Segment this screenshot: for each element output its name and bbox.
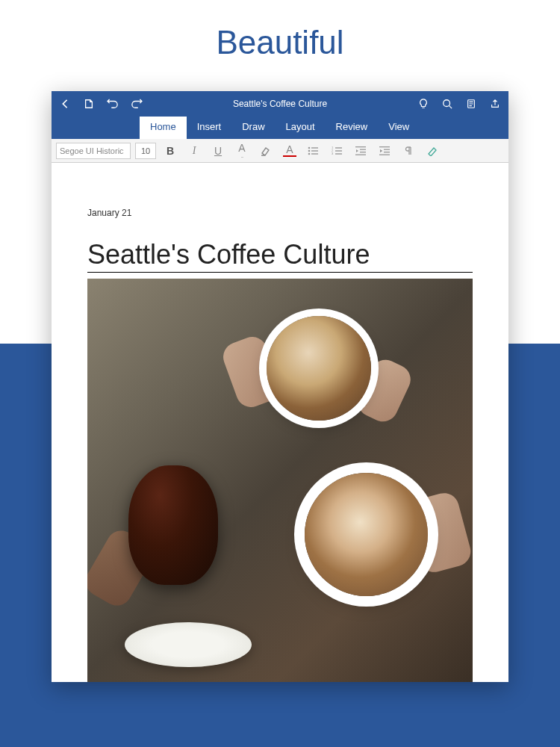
- back-icon[interactable]: [57, 96, 72, 111]
- tab-home[interactable]: Home: [140, 117, 187, 139]
- underline-button[interactable]: U: [208, 142, 228, 160]
- tab-review[interactable]: Review: [326, 117, 379, 139]
- undo-icon[interactable]: [105, 96, 120, 111]
- paragraph-button[interactable]: [399, 142, 419, 160]
- svg-rect-7: [311, 153, 318, 154]
- svg-rect-14: [355, 146, 366, 147]
- numbering-button[interactable]: 123: [328, 142, 347, 160]
- document-heading: Seattle's Coffee Culture: [87, 239, 473, 270]
- plate-illustration: [125, 622, 252, 667]
- tab-draw[interactable]: Draw: [231, 117, 275, 139]
- svg-rect-15: [360, 149, 366, 149]
- redo-icon[interactable]: [129, 96, 144, 111]
- tab-insert[interactable]: Insert: [187, 117, 232, 139]
- search-icon[interactable]: [440, 96, 455, 111]
- svg-point-0: [444, 100, 450, 107]
- decrease-indent-button[interactable]: [352, 142, 371, 160]
- coffee-cup-illustration: [267, 316, 371, 421]
- coffee-cup-illustration: [305, 473, 428, 596]
- styles-button[interactable]: [423, 142, 443, 160]
- reading-view-icon[interactable]: [464, 96, 479, 111]
- hero-title: Beautiful: [0, 0, 560, 91]
- svg-text:3: 3: [332, 152, 334, 155]
- ribbon-tabs: Home Insert Draw Layout Review View: [52, 117, 508, 139]
- font-name-selector[interactable]: Segoe UI Historic: [56, 143, 131, 159]
- font-style-button[interactable]: A..: [232, 142, 252, 160]
- highlight-button[interactable]: [256, 142, 276, 160]
- share-icon[interactable]: [488, 96, 503, 111]
- bullets-button[interactable]: [304, 142, 323, 160]
- titlebar: Seattle's Coffee Culture: [52, 91, 508, 117]
- title-divider: [87, 272, 473, 273]
- document-date: January 21: [87, 208, 473, 218]
- font-size-selector[interactable]: 10: [135, 143, 156, 159]
- svg-rect-21: [379, 154, 390, 155]
- svg-point-4: [308, 149, 311, 152]
- formatting-toolbar: Segoe UI Historic 10 B I U A.. A 123: [52, 139, 508, 163]
- svg-rect-18: [379, 146, 390, 147]
- svg-rect-5: [311, 150, 318, 151]
- svg-point-6: [308, 152, 311, 155]
- font-color-button[interactable]: A: [280, 142, 299, 160]
- lightbulb-icon[interactable]: [416, 96, 431, 111]
- svg-rect-19: [384, 149, 390, 149]
- app-window: Seattle's Coffee Culture Home Insert Dra…: [52, 91, 508, 682]
- increase-indent-button[interactable]: [376, 142, 395, 160]
- svg-rect-10: [335, 153, 342, 154]
- svg-rect-8: [335, 147, 342, 148]
- svg-point-2: [308, 146, 311, 149]
- svg-rect-9: [335, 150, 342, 151]
- svg-rect-20: [384, 152, 390, 152]
- svg-rect-3: [311, 147, 318, 148]
- tab-view[interactable]: View: [378, 117, 420, 139]
- bold-button[interactable]: B: [161, 142, 180, 160]
- svg-rect-17: [355, 154, 366, 155]
- file-icon[interactable]: [81, 96, 96, 111]
- tab-layout[interactable]: Layout: [276, 117, 326, 139]
- document-hero-image: [87, 279, 473, 682]
- svg-rect-16: [360, 152, 366, 152]
- coffee-glass-illustration: [128, 465, 218, 585]
- document-canvas[interactable]: January 21 Seattle's Coffee Culture: [52, 163, 508, 682]
- italic-button[interactable]: I: [184, 142, 204, 160]
